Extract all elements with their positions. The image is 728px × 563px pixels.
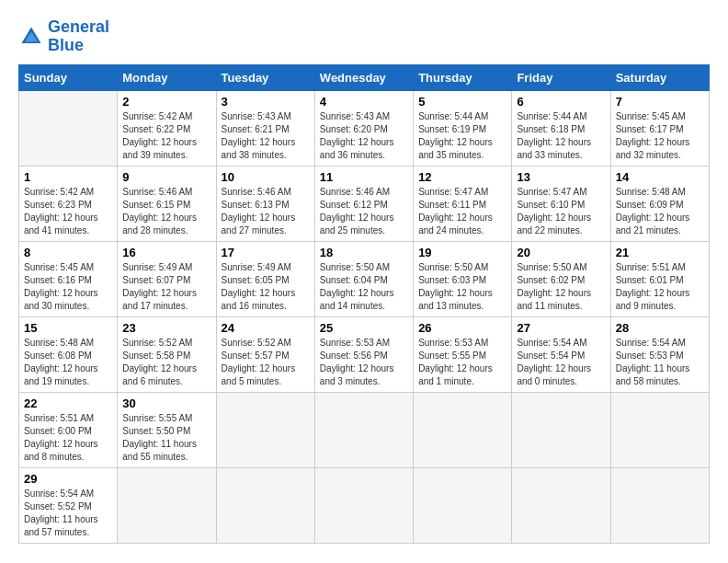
day-number: 19 <box>418 246 506 259</box>
day-number: 4 <box>320 95 408 109</box>
day-number: 16 <box>122 246 210 259</box>
day-detail: Sunrise: 5:49 AMSunset: 6:07 PMDaylight:… <box>122 261 210 313</box>
calendar-day-cell: 8Sunrise: 5:45 AMSunset: 6:16 PMDaylight… <box>19 241 118 316</box>
day-detail: Sunrise: 5:50 AMSunset: 6:03 PMDaylight:… <box>418 261 506 313</box>
calendar-day-cell <box>610 392 709 467</box>
day-number: 18 <box>320 246 408 259</box>
calendar-day-cell: 12Sunrise: 5:47 AMSunset: 6:11 PMDayligh… <box>414 166 512 241</box>
calendar-day-cell <box>414 467 512 543</box>
calendar-day-cell <box>414 392 512 467</box>
calendar-week-row: 29Sunrise: 5:54 AMSunset: 5:52 PMDayligh… <box>19 467 710 543</box>
calendar-day-cell: 30Sunrise: 5:55 AMSunset: 5:50 PMDayligh… <box>118 392 216 467</box>
calendar-day-cell: 19Sunrise: 5:50 AMSunset: 6:03 PMDayligh… <box>414 241 512 316</box>
calendar-day-cell: 14Sunrise: 5:48 AMSunset: 6:09 PMDayligh… <box>610 166 709 241</box>
weekday-header-monday: Monday <box>118 64 216 90</box>
calendar-day-cell <box>118 467 216 543</box>
day-number: 22 <box>24 396 112 410</box>
day-number: 10 <box>222 170 310 184</box>
day-detail: Sunrise: 5:49 AMSunset: 6:05 PMDaylight:… <box>222 261 310 313</box>
calendar-day-cell: 24Sunrise: 5:52 AMSunset: 5:57 PMDayligh… <box>216 316 314 392</box>
day-detail: Sunrise: 5:53 AMSunset: 5:55 PMDaylight:… <box>418 337 506 388</box>
calendar-day-cell: 25Sunrise: 5:53 AMSunset: 5:56 PMDayligh… <box>314 316 413 392</box>
day-detail: Sunrise: 5:46 AMSunset: 6:13 PMDaylight:… <box>222 186 310 237</box>
day-number: 26 <box>418 321 506 335</box>
calendar-day-cell: 17Sunrise: 5:49 AMSunset: 6:05 PMDayligh… <box>216 241 314 316</box>
day-number: 2 <box>122 95 210 109</box>
day-number: 23 <box>122 321 210 335</box>
day-detail: Sunrise: 5:53 AMSunset: 5:56 PMDaylight:… <box>320 337 408 388</box>
calendar-day-cell: 3Sunrise: 5:43 AMSunset: 6:21 PMDaylight… <box>216 90 314 166</box>
calendar-week-row: 22Sunrise: 5:51 AMSunset: 6:00 PMDayligh… <box>19 392 710 467</box>
day-number: 17 <box>222 246 310 259</box>
day-detail: Sunrise: 5:50 AMSunset: 6:04 PMDaylight:… <box>320 261 408 313</box>
calendar-day-cell: 1Sunrise: 5:42 AMSunset: 6:23 PMDaylight… <box>19 166 118 241</box>
day-detail: Sunrise: 5:51 AMSunset: 6:01 PMDaylight:… <box>616 261 704 313</box>
day-number: 6 <box>517 95 605 109</box>
day-number: 21 <box>616 246 704 259</box>
day-detail: Sunrise: 5:54 AMSunset: 5:54 PMDaylight:… <box>517 337 605 388</box>
day-detail: Sunrise: 5:45 AMSunset: 6:16 PMDaylight:… <box>24 261 112 313</box>
day-detail: Sunrise: 5:48 AMSunset: 6:08 PMDaylight:… <box>24 337 112 388</box>
weekday-header-thursday: Thursday <box>414 64 512 90</box>
calendar-day-cell <box>19 90 118 166</box>
day-detail: Sunrise: 5:45 AMSunset: 6:17 PMDaylight:… <box>616 110 704 162</box>
day-number: 11 <box>320 170 408 184</box>
day-number: 15 <box>24 321 112 335</box>
day-detail: Sunrise: 5:43 AMSunset: 6:21 PMDaylight:… <box>222 110 310 162</box>
day-number: 5 <box>418 95 506 109</box>
calendar-day-cell: 23Sunrise: 5:52 AMSunset: 5:58 PMDayligh… <box>118 316 216 392</box>
logo: General Blue <box>18 18 109 55</box>
calendar-day-cell: 18Sunrise: 5:50 AMSunset: 6:04 PMDayligh… <box>314 241 413 316</box>
day-detail: Sunrise: 5:42 AMSunset: 6:23 PMDaylight:… <box>24 186 112 237</box>
weekday-header-friday: Friday <box>512 64 610 90</box>
day-detail: Sunrise: 5:50 AMSunset: 6:02 PMDaylight:… <box>517 261 605 313</box>
day-detail: Sunrise: 5:55 AMSunset: 5:50 PMDaylight:… <box>122 412 210 464</box>
day-number: 29 <box>24 472 112 486</box>
day-number: 8 <box>24 246 112 259</box>
calendar-day-cell <box>216 467 314 543</box>
calendar-day-cell <box>512 392 610 467</box>
calendar-day-cell: 22Sunrise: 5:51 AMSunset: 6:00 PMDayligh… <box>19 392 118 467</box>
day-number: 7 <box>616 95 704 109</box>
calendar-day-cell: 28Sunrise: 5:54 AMSunset: 5:53 PMDayligh… <box>610 316 709 392</box>
calendar-day-cell: 6Sunrise: 5:44 AMSunset: 6:18 PMDaylight… <box>512 90 610 166</box>
day-detail: Sunrise: 5:51 AMSunset: 6:00 PMDaylight:… <box>24 412 112 464</box>
calendar-day-cell: 7Sunrise: 5:45 AMSunset: 6:17 PMDaylight… <box>610 90 709 166</box>
logo-text: General Blue <box>48 18 109 55</box>
day-number: 14 <box>616 170 704 184</box>
weekday-header-saturday: Saturday <box>610 64 709 90</box>
day-number: 27 <box>517 321 605 335</box>
day-detail: Sunrise: 5:52 AMSunset: 5:58 PMDaylight:… <box>122 337 210 388</box>
weekday-header-wednesday: Wednesday <box>314 64 413 90</box>
day-number: 28 <box>616 321 704 335</box>
day-detail: Sunrise: 5:47 AMSunset: 6:11 PMDaylight:… <box>418 186 506 237</box>
day-detail: Sunrise: 5:44 AMSunset: 6:18 PMDaylight:… <box>517 110 605 162</box>
calendar-day-cell <box>314 392 413 467</box>
calendar-day-cell: 9Sunrise: 5:46 AMSunset: 6:15 PMDaylight… <box>118 166 216 241</box>
calendar-day-cell <box>512 467 610 543</box>
calendar-day-cell: 5Sunrise: 5:44 AMSunset: 6:19 PMDaylight… <box>414 90 512 166</box>
calendar-table: SundayMondayTuesdayWednesdayThursdayFrid… <box>18 64 710 544</box>
calendar-day-cell: 26Sunrise: 5:53 AMSunset: 5:55 PMDayligh… <box>414 316 512 392</box>
day-number: 9 <box>122 170 210 184</box>
calendar-week-row: 2Sunrise: 5:42 AMSunset: 6:22 PMDaylight… <box>19 90 710 166</box>
calendar-day-cell <box>216 392 314 467</box>
calendar-day-cell: 20Sunrise: 5:50 AMSunset: 6:02 PMDayligh… <box>512 241 610 316</box>
calendar-day-cell: 2Sunrise: 5:42 AMSunset: 6:22 PMDaylight… <box>118 90 216 166</box>
day-number: 20 <box>517 246 605 259</box>
calendar-week-row: 8Sunrise: 5:45 AMSunset: 6:16 PMDaylight… <box>19 241 710 316</box>
calendar-day-cell: 27Sunrise: 5:54 AMSunset: 5:54 PMDayligh… <box>512 316 610 392</box>
day-number: 24 <box>222 321 310 335</box>
calendar-day-cell: 15Sunrise: 5:48 AMSunset: 6:08 PMDayligh… <box>19 316 118 392</box>
day-number: 30 <box>122 396 210 410</box>
calendar-day-cell: 29Sunrise: 5:54 AMSunset: 5:52 PMDayligh… <box>19 467 118 543</box>
calendar-day-cell <box>610 467 709 543</box>
day-number: 25 <box>320 321 408 335</box>
day-detail: Sunrise: 5:47 AMSunset: 6:10 PMDaylight:… <box>517 186 605 237</box>
day-number: 3 <box>222 95 310 109</box>
calendar-day-cell <box>314 467 413 543</box>
day-detail: Sunrise: 5:42 AMSunset: 6:22 PMDaylight:… <box>122 110 210 162</box>
day-detail: Sunrise: 5:54 AMSunset: 5:53 PMDaylight:… <box>616 337 704 388</box>
weekday-header-tuesday: Tuesday <box>216 64 314 90</box>
calendar-day-cell: 21Sunrise: 5:51 AMSunset: 6:01 PMDayligh… <box>610 241 709 316</box>
